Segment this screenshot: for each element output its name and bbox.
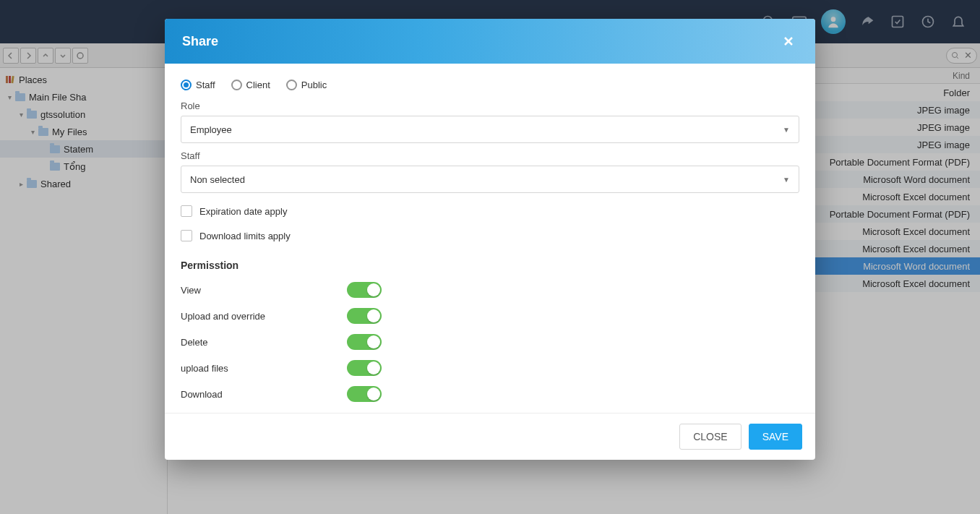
radio-client[interactable]: Client (231, 80, 270, 90)
role-select[interactable]: Employee ▼ (181, 116, 799, 143)
radio-label: Public (301, 80, 327, 90)
share-modal: Share StaffClientPublic Role Employee ▼ … (165, 19, 815, 460)
perm-toggle[interactable] (347, 308, 382, 324)
checkbox-icon (181, 205, 192, 217)
save-button[interactable]: SAVE (749, 424, 802, 450)
staff-select[interactable]: Non selected ▼ (181, 166, 799, 193)
radio-label: Client (246, 80, 270, 90)
radio-label: Staff (196, 80, 215, 90)
radio-icon (286, 80, 297, 90)
perm-toggle[interactable] (347, 334, 382, 350)
close-button[interactable]: CLOSE (679, 424, 741, 450)
check-label: Expiration date apply (199, 206, 287, 217)
perm-download: Download (181, 381, 799, 407)
perm-label: Upload and override (181, 311, 347, 322)
radio-public[interactable]: Public (286, 80, 327, 90)
modal-title: Share (182, 34, 218, 49)
radio-icon (231, 80, 242, 90)
perm-view: View (181, 277, 799, 303)
perm-toggle[interactable] (347, 282, 382, 298)
perm-label: Delete (181, 337, 347, 348)
staff-value: Non selected (190, 174, 245, 185)
role-label: Role (181, 100, 799, 111)
perm-label: upload files (181, 363, 347, 374)
permissions-heading: Permisstion (181, 260, 799, 271)
radio-icon (181, 80, 192, 90)
radio-staff[interactable]: Staff (181, 80, 215, 90)
chevron-down-icon: ▼ (783, 176, 790, 184)
perm-label: View (181, 285, 347, 296)
perm-override: Upload and override (181, 303, 799, 329)
checkbox-icon (181, 230, 192, 241)
perm-upload: upload files (181, 355, 799, 381)
role-value: Employee (190, 124, 232, 135)
perm-toggle[interactable] (347, 360, 382, 376)
share-type-radios: StaffClientPublic (181, 80, 799, 90)
perm-delete: Delete (181, 329, 799, 355)
staff-label: Staff (181, 150, 799, 161)
close-icon[interactable] (779, 32, 798, 51)
modal-footer: CLOSE SAVE (165, 413, 815, 460)
modal-header: Share (165, 19, 815, 64)
check-dlimit[interactable]: Download limits apply (181, 225, 799, 247)
check-expire[interactable]: Expiration date apply (181, 200, 799, 222)
chevron-down-icon: ▼ (783, 126, 790, 134)
perm-label: Download (181, 389, 347, 400)
check-label: Download limits apply (199, 231, 291, 241)
perm-toggle[interactable] (347, 386, 382, 402)
modal-body: StaffClientPublic Role Employee ▼ Staff … (165, 64, 815, 413)
